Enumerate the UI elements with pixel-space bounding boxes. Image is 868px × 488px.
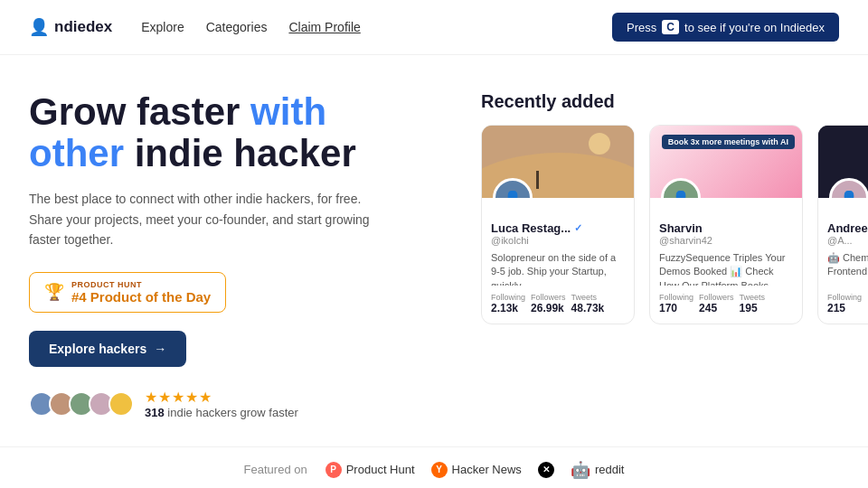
logo-text: ndiedex [54, 18, 112, 36]
stat-following: Following 2.13k [491, 293, 525, 314]
social-proof: ★★★★★ 318 indie hackers grow faster [29, 389, 445, 419]
card-handle-luca: @ikolchi [491, 235, 625, 246]
stat-following: Following 215 [827, 293, 862, 314]
stat-following: Following 170 [659, 293, 693, 314]
ph-badge-tag: PRODUCT HUNT [71, 280, 211, 289]
avatar-icon: 👤 [672, 190, 690, 199]
featured-producthunt[interactable]: P Product Hunt [326, 462, 415, 478]
card-bio-sharvin: FuzzySequence Triples Your Demos Booked … [659, 251, 793, 286]
ph-icon: 🏆 [44, 282, 64, 302]
explore-btn-label: Explore hackers [49, 342, 146, 356]
card-name-luca: Luca Restag... ✓ [491, 221, 625, 235]
reddit-logo-icon: 🤖 [571, 460, 590, 480]
hero-left: Grow faster with other indie hacker The … [29, 91, 445, 419]
ph-badge-rank: #4 Product of the Day [71, 289, 211, 305]
nav-cta-prefix: Press [627, 21, 656, 34]
stars-rating: ★★★★★ 318 indie hackers grow faster [145, 389, 298, 419]
logo-icon: 👤 [29, 17, 49, 37]
social-count: 318 [145, 406, 165, 419]
card-avatar-sharvin: 👤 [661, 178, 701, 198]
hero-title-grow: Grow faster [29, 90, 250, 133]
yn-logo-icon: Y [431, 462, 448, 478]
ph-badge-text: PRODUCT HUNT #4 Product of the Day [71, 280, 211, 305]
explore-arrow-icon: → [154, 342, 166, 356]
hero-subtitle: The best place to connect with other ind… [29, 189, 373, 249]
nav-cta-suffix: to see if you're on Indiedex [684, 21, 825, 34]
hero-title-other: other [29, 132, 124, 174]
hero-title: Grow faster with other indie hacker [29, 91, 445, 174]
card-bio-luca: Solopreneur on the side of a 9-5 job. Sh… [491, 251, 625, 286]
card-name-sharvin: Sharvin [659, 221, 793, 235]
stat-tweets: Tweets 195 [740, 293, 766, 314]
svg-point-2 [589, 133, 610, 155]
profile-cards: 👤 Luca Restag... ✓ @ikolchi Solopreneur … [481, 125, 868, 324]
product-hunt-badge[interactable]: 🏆 PRODUCT HUNT #4 Product of the Day [29, 272, 226, 313]
verified-icon: ✓ [574, 222, 582, 234]
hero-section: Grow faster with other indie hacker The … [0, 55, 868, 446]
card-body-sharvin: Sharvin @sharvin42 FuzzySequence Triples… [650, 198, 802, 324]
ph-logo-icon: P [326, 462, 342, 478]
navbar: 👤 ndiedex Explore Categories Claim Profi… [0, 0, 868, 55]
nav-cta-button[interactable]: Press C to see if you're on Indiedex [612, 13, 839, 42]
card-bio-andreea: 🤖 Chemical engineer… Frontend dev by pas… [827, 251, 868, 286]
stars-icons: ★★★★★ [145, 389, 298, 406]
recently-added-label: Recently added [481, 91, 868, 112]
x-logo-icon: ✕ [538, 462, 554, 478]
featured-bar: Featured on P Product Hunt Y Hacker News… [0, 446, 868, 488]
featured-reddit[interactable]: 🤖 reddit [571, 460, 625, 480]
ph-logo-label: Product Hunt [346, 463, 415, 476]
nav-cta-key: C [662, 20, 679, 34]
featured-label: Featured on [244, 463, 307, 476]
social-label: indie hackers grow faster [167, 406, 298, 419]
hero-title-indie: indie hacker [124, 132, 356, 174]
avatar-icon: 👤 [504, 190, 522, 199]
ai-badge: Book 3x more meetings with AI [662, 135, 795, 149]
avatar-5 [108, 391, 134, 417]
avatar-group [29, 391, 134, 417]
stat-followers: Followers 245 [699, 293, 734, 314]
featured-x[interactable]: ✕ [538, 462, 554, 478]
reddit-logo-label: reddit [595, 463, 625, 476]
hero-right: Recently added 👤 [481, 91, 868, 324]
featured-logos: P Product Hunt Y Hacker News ✕ 🤖 reddit [326, 460, 625, 480]
avatar-icon: 👤 [840, 190, 858, 199]
stat-tweets: Tweets 48.73k [571, 293, 605, 314]
card-stats-luca: Following 2.13k Followers 26.99k Tweets … [491, 293, 625, 314]
svg-rect-3 [536, 171, 539, 189]
nav-links: Explore Categories Claim Profile [141, 20, 361, 34]
nav-categories[interactable]: Categories [206, 20, 268, 34]
stat-followers: Followers 26.99k [531, 293, 566, 314]
card-stats-sharvin: Following 170 Followers 245 Tweets 195 [659, 293, 793, 314]
profile-card-sharvin[interactable]: Book 3x more meetings with AI 👤 Sharvin … [649, 125, 803, 324]
card-body-andreea: Andreea Farc... @A... 🤖 Chemical enginee… [818, 198, 868, 324]
card-handle-sharvin: @sharvin42 [659, 235, 793, 246]
featured-hackernews[interactable]: Y Hacker News [431, 462, 522, 478]
yn-logo-label: Hacker News [452, 463, 522, 476]
profile-card-luca[interactable]: 👤 Luca Restag... ✓ @ikolchi Solopreneur … [481, 125, 635, 324]
card-name-andreea: Andreea Farc... [827, 221, 868, 235]
hero-title-with: with [250, 90, 326, 133]
profile-card-andreea[interactable]: 👤 Andreea Farc... @A... 🤖 Chemical engin… [817, 125, 868, 324]
social-proof-text: 318 indie hackers grow faster [145, 406, 298, 419]
card-stats-andreea: Following 215 [827, 293, 868, 314]
nav-claim-profile[interactable]: Claim Profile [288, 20, 360, 34]
explore-hackers-button[interactable]: Explore hackers → [29, 331, 186, 367]
nav-explore[interactable]: Explore [141, 20, 184, 34]
card-body-luca: Luca Restag... ✓ @ikolchi Solopreneur on… [482, 198, 634, 324]
card-handle-andreea: @A... [827, 235, 868, 246]
logo[interactable]: 👤 ndiedex [29, 17, 112, 37]
